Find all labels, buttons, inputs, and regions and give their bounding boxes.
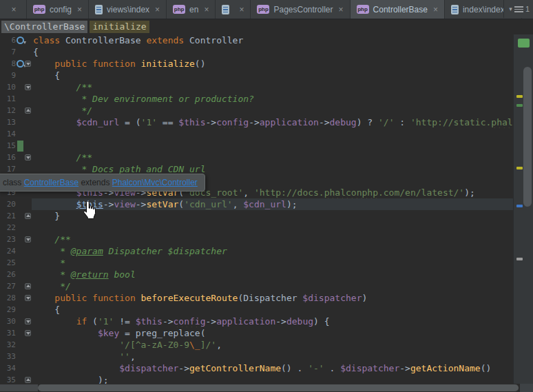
code-line[interactable]: 33 '', (0, 351, 533, 362)
code-token: view (114, 199, 135, 209)
fold-column (24, 362, 32, 374)
code-line[interactable]: 23 /** (0, 234, 533, 245)
close-icon[interactable]: × (433, 6, 438, 14)
code-line[interactable]: 24 * @param Dispatcher $dispatcher (0, 245, 533, 257)
code-line[interactable]: 22 (0, 222, 533, 234)
tab-views-index[interactable]: views\index× (89, 0, 167, 19)
gutter: 15 (0, 140, 32, 152)
gutter-icon-column (16, 316, 24, 327)
close-icon[interactable]: × (239, 6, 244, 14)
code-line[interactable]: 21 } (0, 210, 533, 222)
tab-config[interactable]: phpconfig× (27, 0, 89, 19)
code-text: /** (32, 234, 533, 245)
code-text: * @return bool (32, 269, 533, 280)
tooltip-link[interactable]: Phalcon\Mvc\Controller (112, 178, 198, 187)
code-line[interactable]: 11 * Dev environment or production? (0, 93, 533, 105)
line-number: 29 (0, 304, 16, 316)
fold-end-icon[interactable] (25, 213, 31, 219)
code-line[interactable]: 10 /** (0, 81, 533, 93)
code-line[interactable]: 7{ (0, 46, 533, 58)
fold-column (24, 280, 32, 292)
fold-column (24, 70, 32, 81)
fold-end-icon[interactable] (25, 107, 31, 114)
code-line[interactable]: 29 { (0, 304, 533, 316)
horizontal-scrollbar[interactable] (38, 384, 519, 391)
code-line[interactable]: 15 (0, 140, 533, 152)
code-line[interactable]: 12 */ (0, 105, 533, 116)
code-token: , (243, 187, 254, 198)
close-icon[interactable]: × (155, 6, 160, 14)
close-icon[interactable]: × (204, 6, 209, 14)
gutter: 33 (0, 351, 32, 362)
line-number: 16 (0, 152, 16, 163)
fold-collapse-icon[interactable] (25, 61, 31, 67)
line-number: 22 (0, 222, 16, 234)
code-line[interactable]: 14 (0, 128, 533, 140)
fold-end-icon[interactable] (25, 283, 31, 289)
fold-end-icon[interactable] (25, 377, 31, 383)
breadcrumb-class[interactable]: \ControllerBase (1, 21, 87, 33)
tab-controllerbase[interactable]: phpControllerBase× (351, 0, 445, 19)
stripe-mark[interactable] (516, 95, 523, 98)
gutter-icon-column (16, 269, 24, 280)
tab-stub[interactable]: × (0, 0, 27, 19)
code-line[interactable]: 32 '/[^a-zA-Z0-9\_]/', (0, 339, 533, 351)
scrollbar-corner (520, 384, 533, 392)
fold-collapse-icon[interactable] (25, 318, 31, 324)
vertical-scrollbar[interactable] (523, 67, 532, 207)
gutter-icon-column (16, 339, 24, 351)
code-text: $dispatcher->getControllerName() . '-' .… (32, 362, 533, 374)
fold-collapse-icon[interactable] (25, 236, 31, 243)
code-line[interactable]: 35 ); (0, 374, 533, 384)
code-line[interactable]: 27 */ (0, 280, 533, 292)
php-file-icon: php (33, 5, 45, 14)
code-token: $dispatcher (340, 363, 399, 373)
code-line[interactable]: 28 public function beforeExecuteRoute(Di… (0, 292, 533, 304)
gutter-icon-column (16, 140, 24, 152)
text-file-icon (451, 5, 459, 14)
tab-list-controls[interactable]: ▾ 1 (503, 0, 533, 18)
tab-list-icon[interactable] (514, 6, 523, 12)
fold-collapse-icon[interactable] (25, 84, 31, 90)
breadcrumb-method[interactable]: initialize (90, 21, 149, 33)
code-line[interactable]: 13 $cdn_url = ('1' == $this->config->app… (0, 116, 533, 128)
code-line[interactable]: 25 * (0, 257, 533, 269)
chevron-down-icon[interactable]: ▾ (509, 6, 512, 12)
code-line[interactable]: 26 * @return bool (0, 269, 533, 280)
code-line[interactable]: 30 if ('1' != $this->config->application… (0, 316, 533, 327)
gutter: 20 (0, 198, 32, 210)
fold-column (24, 327, 32, 339)
stripe-mark[interactable] (516, 104, 523, 107)
fold-column (24, 34, 32, 46)
code-line[interactable]: 34 $dispatcher->getControllerName() . '-… (0, 362, 533, 374)
stripe-mark[interactable] (516, 167, 523, 169)
stripe-mark[interactable] (516, 205, 523, 207)
tab-en[interactable]: phpen× (167, 0, 216, 19)
code-line[interactable]: 9 { (0, 70, 533, 81)
overrides-method-icon[interactable] (17, 60, 24, 68)
code-token: \_ (189, 340, 200, 350)
code-line[interactable]: 16 /** (0, 152, 533, 163)
inspection-status-indicator[interactable] (518, 39, 530, 48)
tooltip-link[interactable]: ControllerBase (24, 178, 79, 187)
code-line[interactable]: 20 $this->view->setVar('cdn_url', $cdn_u… (0, 198, 533, 210)
code-token: $this (178, 117, 205, 127)
fold-collapse-icon[interactable] (25, 154, 31, 161)
code-line[interactable]: 6class ControllerBase extends Controller (0, 34, 533, 46)
stripe-mark[interactable] (516, 258, 523, 260)
close-icon[interactable]: × (339, 6, 344, 14)
code-line[interactable]: 8 public function initialize() (0, 58, 533, 70)
code-token: -> (399, 363, 410, 373)
code-line[interactable]: 31 $key = preg_replace( (0, 327, 533, 339)
fold-collapse-icon[interactable] (25, 330, 31, 336)
tab-untitled[interactable]: × (216, 0, 251, 19)
code-token: $this (76, 199, 103, 209)
close-icon[interactable]: × (11, 6, 16, 14)
overrides-method-icon[interactable] (17, 37, 24, 44)
close-icon[interactable]: × (77, 6, 82, 14)
editor[interactable]: 6class ControllerBase extends Controller… (0, 34, 533, 384)
code-token: -> (319, 117, 330, 127)
fold-collapse-icon[interactable] (25, 295, 31, 301)
tab-pagescontroller[interactable]: phpPagesController× (251, 0, 350, 19)
code-token: /** (33, 152, 92, 163)
